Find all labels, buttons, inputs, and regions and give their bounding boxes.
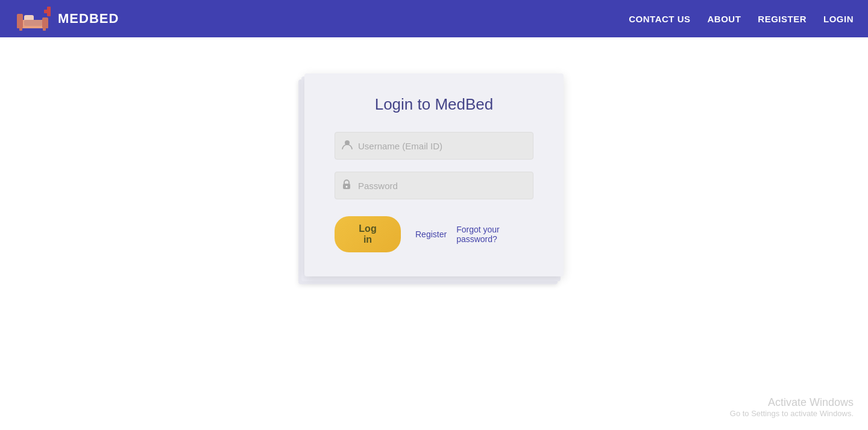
password-input[interactable] xyxy=(335,172,533,199)
username-input[interactable] xyxy=(335,132,533,160)
svg-rect-7 xyxy=(19,27,22,31)
svg-rect-1 xyxy=(17,14,23,28)
links-group: Register Forgot your password? xyxy=(415,225,533,244)
windows-activate-notice: Activate Windows Go to Settings to activ… xyxy=(730,396,854,418)
windows-activate-subtitle: Go to Settings to activate Windows. xyxy=(730,409,854,418)
register-link[interactable]: Register xyxy=(415,229,447,239)
svg-rect-6 xyxy=(44,10,51,13)
login-button[interactable]: Log in xyxy=(335,216,401,252)
medbed-logo-icon xyxy=(14,5,51,32)
contact-us-link[interactable]: CONTACT US xyxy=(629,14,690,24)
login-card: Login to MedBed xyxy=(304,73,564,276)
navbar-links: CONTACT US ABOUT REGISTER LOGIN xyxy=(629,14,854,24)
brand-title: MEDBED xyxy=(58,11,119,26)
main-content: Login to MedBed xyxy=(0,37,868,430)
user-icon xyxy=(342,139,353,152)
about-link[interactable]: ABOUT xyxy=(707,14,741,24)
lock-icon xyxy=(342,179,351,192)
svg-rect-8 xyxy=(43,27,46,31)
brand: MEDBED xyxy=(14,5,119,32)
login-card-stack: Login to MedBed xyxy=(304,73,564,276)
username-group xyxy=(335,132,533,160)
navbar: MEDBED CONTACT US ABOUT REGISTER LOGIN xyxy=(0,0,868,37)
password-group xyxy=(335,172,533,199)
svg-rect-2 xyxy=(42,17,48,28)
login-nav-link[interactable]: LOGIN xyxy=(823,14,854,24)
actions-row: Log in Register Forgot your password? xyxy=(335,216,533,252)
windows-activate-title: Activate Windows xyxy=(730,396,854,409)
svg-point-11 xyxy=(346,186,348,188)
svg-rect-4 xyxy=(24,20,42,26)
login-title: Login to MedBed xyxy=(335,95,533,114)
register-nav-link[interactable]: REGISTER xyxy=(758,14,807,24)
forgot-password-link[interactable]: Forgot your password? xyxy=(456,225,533,244)
